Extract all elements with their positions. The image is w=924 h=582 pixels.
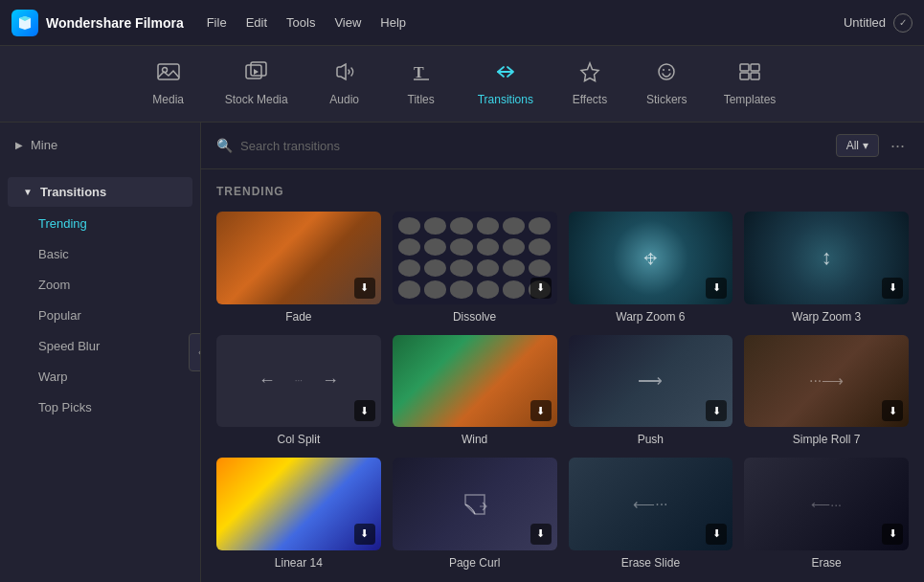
- toolbar-templates[interactable]: Templates: [710, 54, 790, 114]
- push-thumbnail: ⟶ ⬇: [569, 335, 733, 428]
- list-item[interactable]: ···⟶ ⬇ Simple Roll 7: [744, 335, 909, 447]
- list-item[interactable]: ⬇ Wind: [393, 335, 557, 447]
- toolbar-effects-label: Effects: [573, 93, 607, 106]
- search-input[interactable]: [240, 139, 828, 153]
- menu-edit[interactable]: Edit: [246, 11, 267, 34]
- list-item[interactable]: ← ··· → ⬇ Col Split: [216, 335, 381, 447]
- colsplit-label: Col Split: [216, 433, 381, 446]
- sidebar-mine-label: Mine: [31, 138, 57, 152]
- toolbar-audio[interactable]: Audio: [311, 54, 378, 114]
- toolbar-transitions[interactable]: Transitions: [464, 54, 547, 114]
- sidebar-item-basic[interactable]: Basic: [8, 239, 192, 269]
- toolbar-media[interactable]: Media: [135, 54, 202, 114]
- project-name: Untitled: [844, 15, 886, 30]
- download-fade-button[interactable]: ⬇: [354, 278, 375, 299]
- list-item[interactable]: ↕ ⬇ Warp Zoom 3: [744, 212, 909, 324]
- list-item[interactable]: ⟶ ⬇ Push: [569, 335, 733, 447]
- more-options-icon[interactable]: ···: [887, 136, 909, 156]
- toolbar-titles[interactable]: T Titles: [388, 54, 455, 114]
- transitions-arrow-icon: ▼: [23, 187, 33, 197]
- sidebar-collapse-button[interactable]: ‹: [189, 333, 201, 371]
- erase-label: Erase: [744, 556, 909, 570]
- download-erase-button[interactable]: ⬇: [882, 524, 903, 545]
- toolbar-stock-label: Stock Media: [225, 93, 288, 106]
- warpzoom3-thumbnail: ↕ ⬇: [744, 212, 909, 304]
- svg-text:T: T: [414, 64, 424, 80]
- menu-help[interactable]: Help: [380, 11, 406, 34]
- list-item[interactable]: ⬇ Page Curl: [393, 458, 557, 570]
- menu-file[interactable]: File: [207, 11, 227, 34]
- menu-tools[interactable]: Tools: [286, 11, 315, 34]
- toolbar-titles-label: Titles: [408, 93, 435, 106]
- download-eraseslide-button[interactable]: ⬇: [706, 524, 727, 545]
- app-logo: Wondershare Filmora: [11, 10, 184, 36]
- colsplit-thumbnail: ← ··· → ⬇: [216, 335, 381, 428]
- svg-rect-13: [751, 73, 759, 79]
- sidebar-item-speed-blur[interactable]: Speed Blur: [8, 331, 192, 361]
- list-item[interactable]: ⬇ Linear 14: [216, 458, 381, 570]
- sidebar-item-trending[interactable]: Trending: [8, 209, 192, 238]
- filter-chevron-icon: ▾: [863, 139, 868, 152]
- wind-label: Wind: [393, 433, 557, 446]
- svg-point-9: [668, 69, 670, 71]
- sidebar-item-top-picks[interactable]: Top Picks: [8, 392, 192, 422]
- svg-marker-6: [581, 63, 598, 81]
- templates-icon: [737, 61, 762, 88]
- toolbar: Media Stock Media Audio T T: [0, 46, 924, 123]
- download-push-button[interactable]: ⬇: [706, 400, 727, 421]
- logo-icon: [11, 10, 38, 36]
- sidebar-mine[interactable]: ▶ Mine: [0, 130, 200, 160]
- content-area: 🔍 All ▾ ··· TRENDING ⬇ Fade: [201, 123, 924, 582]
- download-wind-button[interactable]: ⬇: [530, 400, 552, 421]
- effects-icon: [577, 61, 602, 88]
- push-label: Push: [569, 433, 733, 446]
- download-colsplit-button[interactable]: ⬇: [354, 400, 375, 421]
- media-icon: [156, 61, 181, 88]
- stock-media-icon: [244, 61, 269, 88]
- pagecurl-thumbnail: ⬇: [393, 458, 557, 550]
- sidebar-section-mine: ▶ Mine: [0, 123, 200, 168]
- dissolve-label: Dissolve: [393, 310, 557, 324]
- linear14-label: Linear 14: [216, 556, 381, 570]
- list-item[interactable]: ⬇ Dissolve: [393, 212, 557, 324]
- wind-thumbnail: ⬇: [393, 335, 557, 428]
- transitions-icon: [493, 61, 518, 88]
- toolbar-stock-media[interactable]: Stock Media: [212, 54, 302, 114]
- sidebar-item-warp[interactable]: Warp: [8, 362, 192, 392]
- download-pagecurl-button[interactable]: ⬇: [530, 524, 552, 545]
- menu-view[interactable]: View: [334, 11, 361, 34]
- transitions-grid: ⬇ Fade ⬇ Dissolve: [216, 212, 909, 570]
- fade-thumbnail: ⬇: [216, 212, 381, 304]
- svg-rect-12: [740, 73, 749, 79]
- download-warpzoom6-button[interactable]: ⬇: [706, 278, 727, 299]
- download-linear14-button[interactable]: ⬇: [354, 524, 375, 545]
- section-title: TRENDING: [216, 185, 909, 198]
- eraseslide-thumbnail: ⟵··· ⬇: [569, 458, 733, 550]
- warpzoom6-label: Warp Zoom 6: [569, 310, 733, 324]
- list-item[interactable]: ⟵··· ⬇ Erase: [744, 458, 909, 570]
- svg-rect-0: [158, 64, 179, 79]
- simpleroll7-label: Simple Roll 7: [744, 433, 909, 446]
- toolbar-audio-label: Audio: [329, 93, 359, 106]
- top-menu: File Edit Tools View Help: [207, 11, 821, 34]
- toolbar-media-label: Media: [152, 93, 184, 106]
- main-content: ▶ Mine ▼ Transitions Trending Basic Zoom…: [0, 123, 924, 582]
- pagecurl-label: Page Curl: [393, 556, 557, 570]
- sidebar-item-zoom[interactable]: Zoom: [8, 270, 192, 300]
- list-item[interactable]: ⬇ Fade: [216, 212, 381, 324]
- toolbar-effects[interactable]: Effects: [556, 54, 623, 114]
- dissolve-thumbnail: ⬇: [393, 212, 557, 304]
- download-warpzoom3-button[interactable]: ⬇: [882, 278, 903, 299]
- filter-dropdown[interactable]: All ▾: [836, 134, 879, 157]
- audio-icon: [332, 61, 357, 88]
- list-item[interactable]: ↔ ↕ ⬇ Warp Zoom 6: [569, 212, 733, 324]
- sidebar-transitions-group[interactable]: ▼ Transitions: [8, 177, 192, 207]
- sidebar-section-transitions: ▼ Transitions Trending Basic Zoom Popula…: [0, 168, 200, 431]
- linear14-thumbnail: ⬇: [216, 458, 381, 550]
- list-item[interactable]: ⟵··· ⬇ Erase Slide: [569, 458, 733, 570]
- fade-label: Fade: [216, 310, 381, 324]
- download-dissolve-button[interactable]: ⬇: [530, 278, 552, 299]
- toolbar-stickers[interactable]: Stickers: [633, 54, 701, 114]
- sidebar-item-popular[interactable]: Popular: [8, 301, 192, 330]
- download-simpleroll7-button[interactable]: ⬇: [882, 400, 903, 421]
